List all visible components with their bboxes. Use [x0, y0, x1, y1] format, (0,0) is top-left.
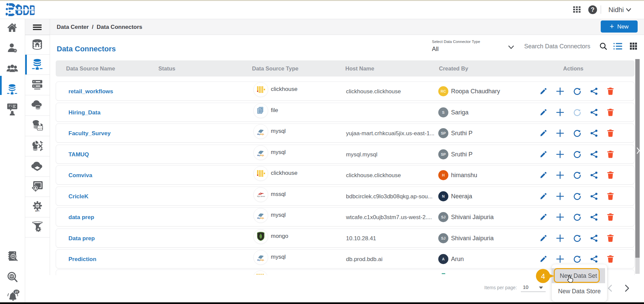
- svg-text:API: API: [35, 209, 40, 212]
- svg-text:SQL: SQL: [260, 259, 264, 261]
- svg-text:SQL: SQL: [260, 133, 264, 135]
- svg-text:SQL: SQL: [260, 217, 264, 219]
- svg-text:27: 27: [15, 290, 18, 294]
- svg-text:</>: </>: [38, 127, 43, 130]
- svg-text:SQL Server: SQL Server: [257, 196, 265, 197]
- svg-text:SQL: SQL: [260, 154, 264, 156]
- svg-text:4: 4: [541, 272, 545, 281]
